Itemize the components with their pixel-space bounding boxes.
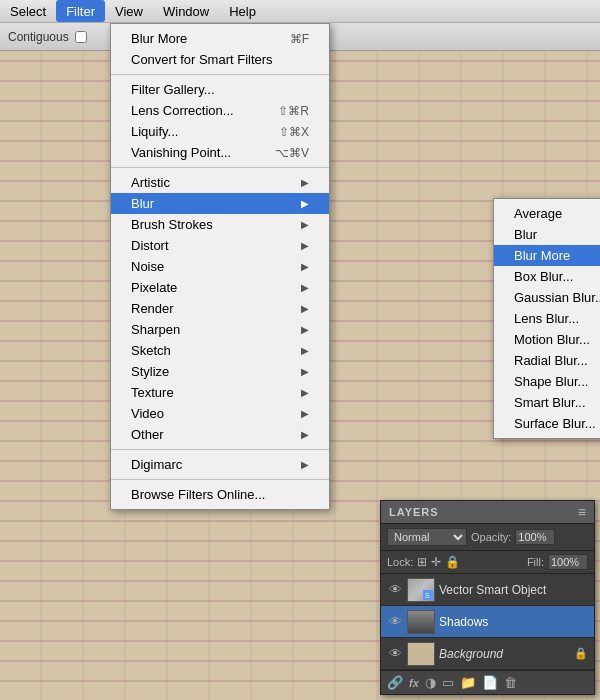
filter-other[interactable]: Other ▶: [111, 424, 329, 445]
layer-name-bg: Background: [439, 647, 570, 661]
filter-distort[interactable]: Distort ▶: [111, 235, 329, 256]
vanishing-point-shortcut: ⌥⌘V: [275, 146, 309, 160]
filter-gallery[interactable]: Filter Gallery...: [111, 79, 329, 100]
sep1: [111, 74, 329, 75]
filter-render[interactable]: Render ▶: [111, 298, 329, 319]
layers-menu-icon[interactable]: ≡: [578, 504, 586, 520]
video-arrow: ▶: [301, 408, 309, 419]
menubar-item-filter[interactable]: Filter: [56, 0, 105, 22]
menubar-item-window[interactable]: Window: [153, 0, 219, 22]
visibility-icon-bg[interactable]: 👁: [387, 646, 403, 661]
filter-lens-correction[interactable]: Lens Correction... ⇧⌘R: [111, 100, 329, 121]
blur-radial-blur[interactable]: Radial Blur...: [494, 350, 600, 371]
blur-submenu: Average Blur Blur More Box Blur... Gauss…: [493, 198, 600, 439]
lock-label: Lock:: [387, 556, 413, 568]
lens-correction-shortcut: ⇧⌘R: [278, 104, 309, 118]
layer-lock-icon: 🔒: [574, 647, 588, 660]
texture-arrow: ▶: [301, 387, 309, 398]
filter-stylize[interactable]: Stylize ▶: [111, 361, 329, 382]
filter-blur-more[interactable]: Blur More ⌘F: [111, 28, 329, 49]
contiguous-checkbox[interactable]: [75, 31, 87, 43]
smart-object-badge: S: [423, 590, 433, 600]
blur-shape-blur[interactable]: Shape Blur...: [494, 371, 600, 392]
brush-strokes-arrow: ▶: [301, 219, 309, 230]
opacity-input[interactable]: [515, 529, 555, 545]
filter-texture[interactable]: Texture ▶: [111, 382, 329, 403]
opacity-label: Opacity:: [471, 531, 511, 543]
digimarc-arrow: ▶: [301, 459, 309, 470]
fill-input[interactable]: [548, 554, 588, 570]
render-arrow: ▶: [301, 303, 309, 314]
menubar-item-view[interactable]: View: [105, 0, 153, 22]
other-arrow: ▶: [301, 429, 309, 440]
distort-arrow: ▶: [301, 240, 309, 251]
layer-row-smart-object[interactable]: 👁 S Vector Smart Object: [381, 574, 594, 606]
blur-lens-blur[interactable]: Lens Blur...: [494, 308, 600, 329]
filter-brush-strokes[interactable]: Brush Strokes ▶: [111, 214, 329, 235]
sep4: [111, 479, 329, 480]
layers-header: LAYERS ≡: [381, 501, 594, 524]
blur-blur[interactable]: Blur: [494, 224, 600, 245]
adjustment-icon[interactable]: ◑: [425, 675, 436, 690]
lock-position-icon[interactable]: ✛: [431, 555, 441, 569]
mask-icon[interactable]: ▭: [442, 675, 454, 690]
fx-icon[interactable]: fx: [409, 677, 419, 689]
visibility-icon-smart[interactable]: 👁: [387, 582, 403, 597]
filter-browse-online[interactable]: Browse Filters Online...: [111, 484, 329, 505]
noise-arrow: ▶: [301, 261, 309, 272]
menubar-item-select[interactable]: Select: [0, 0, 56, 22]
filter-sketch[interactable]: Sketch ▶: [111, 340, 329, 361]
layer-name-shadows: Shadows: [439, 615, 588, 629]
layer-thumbnail-smart: S: [407, 578, 435, 602]
sep3: [111, 449, 329, 450]
link-icon[interactable]: 🔗: [387, 675, 403, 690]
blur-smart-blur[interactable]: Smart Blur...: [494, 392, 600, 413]
layers-footer: 🔗 fx ◑ ▭ 📁 📄 🗑: [381, 670, 594, 694]
layers-panel: LAYERS ≡ Normal Opacity: Lock: ⊞ ✛ 🔒 Fil…: [380, 500, 595, 695]
delete-layer-icon[interactable]: 🗑: [504, 675, 517, 690]
layers-title: LAYERS: [389, 506, 439, 518]
blur-blur-more[interactable]: Blur More: [494, 245, 600, 266]
lock-pixels-icon[interactable]: ⊞: [417, 555, 427, 569]
pixelate-arrow: ▶: [301, 282, 309, 293]
sketch-arrow: ▶: [301, 345, 309, 356]
layers-controls: Normal Opacity:: [381, 524, 594, 551]
sharpen-arrow: ▶: [301, 324, 309, 335]
blur-box-blur[interactable]: Box Blur...: [494, 266, 600, 287]
contiguous-label: Contiguous: [8, 30, 69, 44]
blend-mode-select[interactable]: Normal: [387, 528, 467, 546]
filter-artistic[interactable]: Artistic ▶: [111, 172, 329, 193]
filter-video[interactable]: Video ▶: [111, 403, 329, 424]
layer-thumbnail-shadows: [407, 610, 435, 634]
filter-digimarc[interactable]: Digimarc ▶: [111, 454, 329, 475]
sep2: [111, 167, 329, 168]
layers-lock-row: Lock: ⊞ ✛ 🔒 Fill:: [381, 551, 594, 574]
layer-row-shadows[interactable]: 👁 Shadows: [381, 606, 594, 638]
lock-all-icon[interactable]: 🔒: [445, 555, 460, 569]
group-icon[interactable]: 📁: [460, 675, 476, 690]
stylize-arrow: ▶: [301, 366, 309, 377]
svg-text:S: S: [425, 592, 430, 599]
menubar-item-help[interactable]: Help: [219, 0, 266, 22]
filter-menu: Blur More ⌘F Convert for Smart Filters F…: [110, 23, 330, 510]
blur-average[interactable]: Average: [494, 203, 600, 224]
liquify-shortcut: ⇧⌘X: [279, 125, 309, 139]
new-layer-icon[interactable]: 📄: [482, 675, 498, 690]
filter-convert-smart[interactable]: Convert for Smart Filters: [111, 49, 329, 70]
filter-vanishing-point[interactable]: Vanishing Point... ⌥⌘V: [111, 142, 329, 163]
visibility-icon-shadows[interactable]: 👁: [387, 614, 403, 629]
layer-name-smart: Vector Smart Object: [439, 583, 588, 597]
filter-blur[interactable]: Blur ▶: [111, 193, 329, 214]
blur-motion-blur[interactable]: Motion Blur...: [494, 329, 600, 350]
blur-more-shortcut: ⌘F: [290, 32, 309, 46]
blur-gaussian-blur[interactable]: Gaussian Blur... F7: [494, 287, 600, 308]
filter-sharpen[interactable]: Sharpen ▶: [111, 319, 329, 340]
artistic-arrow: ▶: [301, 177, 309, 188]
fill-label: Fill:: [527, 556, 544, 568]
filter-noise[interactable]: Noise ▶: [111, 256, 329, 277]
blur-surface-blur[interactable]: Surface Blur...: [494, 413, 600, 434]
filter-liquify[interactable]: Liquify... ⇧⌘X: [111, 121, 329, 142]
menubar: Select Filter View Window Help: [0, 0, 600, 23]
filter-pixelate[interactable]: Pixelate ▶: [111, 277, 329, 298]
layer-row-background[interactable]: 👁 Background 🔒: [381, 638, 594, 670]
